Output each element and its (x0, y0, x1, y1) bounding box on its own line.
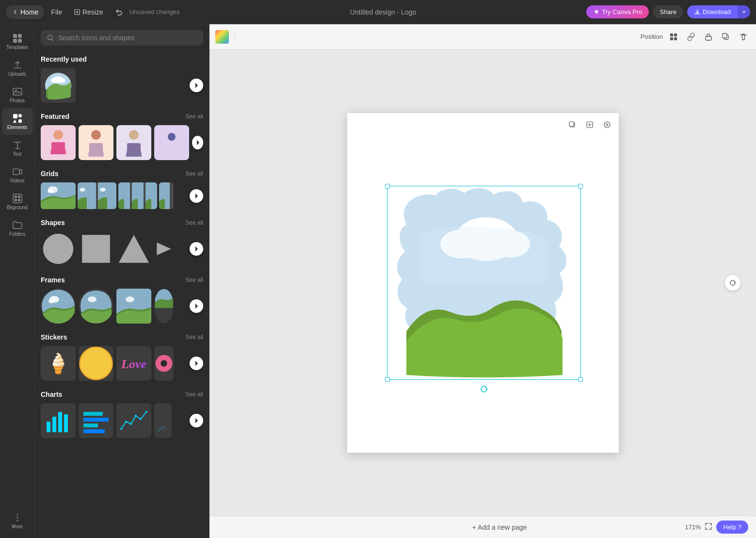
sidebar-item-photos[interactable]: Photos (2, 82, 33, 108)
grids-next[interactable] (190, 189, 203, 203)
sidebar-item-templates[interactable]: Templates (2, 28, 33, 55)
resize-icon (74, 9, 80, 16)
sticker-ok[interactable]: 👌 (79, 346, 113, 381)
sidebar-item-elements[interactable]: Elements (2, 108, 33, 135)
sidebar-item-uploads[interactable]: Uploads (2, 55, 33, 82)
refresh-button[interactable] (725, 275, 740, 291)
sidebar-item-folders[interactable]: Folders (2, 215, 33, 242)
home-button[interactable]: Home (6, 5, 44, 19)
featured-item-2[interactable] (79, 125, 113, 160)
chart-bar-1[interactable] (41, 403, 76, 438)
recently-used-next[interactable] (190, 79, 203, 92)
frames-title: Frames (41, 276, 65, 284)
try-pro-label: Try Canva Pro (602, 8, 642, 16)
svg-rect-11 (13, 169, 19, 175)
undo-button[interactable] (110, 5, 128, 19)
sticker-donut[interactable] (154, 346, 174, 381)
grid-view-icon (669, 33, 678, 41)
resize-button[interactable]: Resize (69, 5, 108, 19)
frame-rect[interactable] (116, 289, 151, 324)
charts-see-all[interactable]: See all (185, 391, 203, 398)
canvas-top-tools (564, 117, 615, 132)
download-main-button[interactable]: Download (687, 5, 738, 18)
grid-1[interactable] (41, 182, 76, 209)
svg-point-17 (16, 514, 18, 516)
svg-point-42 (100, 188, 106, 192)
frame-blob[interactable] (79, 289, 113, 324)
text-icon (12, 140, 23, 150)
featured-item-3[interactable] (116, 125, 151, 160)
featured-item-4[interactable] (154, 125, 189, 160)
svg-rect-13 (15, 196, 17, 198)
grid-3[interactable] (118, 182, 157, 209)
try-pro-button[interactable]: Try Canva Pro (586, 5, 649, 18)
sidebar-item-videos[interactable]: Videos (2, 162, 33, 188)
add-page-label: + Add a new page (472, 523, 527, 531)
link-button[interactable] (684, 30, 698, 44)
shape-triangle[interactable] (116, 231, 151, 266)
chart-bar-horizontal[interactable] (79, 403, 113, 438)
home-label: Home (20, 8, 38, 16)
shape-chevron[interactable] (154, 231, 174, 266)
svg-rect-8 (18, 114, 22, 117)
featured-see-all[interactable]: See all (185, 113, 203, 120)
shape-circle[interactable] (41, 231, 76, 266)
shapes-next[interactable] (190, 242, 203, 256)
topbar-left: Home File Resize Unsaved changes (6, 5, 180, 19)
shapes-see-all[interactable]: See all (185, 219, 203, 226)
download-arrow-button[interactable] (738, 5, 750, 18)
help-button[interactable]: Help ? (716, 521, 748, 534)
chart-partial[interactable] (154, 403, 172, 438)
share-button[interactable]: Share (653, 5, 683, 18)
color-swatch[interactable] (215, 30, 229, 44)
sidebar-item-background[interactable]: Bkground (2, 188, 33, 215)
rotate-handle[interactable] (479, 384, 489, 394)
landscape-illustration[interactable] (387, 186, 581, 380)
stickers-see-all[interactable]: See all (185, 334, 203, 341)
grids-section: Grids See all (35, 166, 209, 215)
svg-rect-90 (569, 122, 574, 126)
frames-next[interactable] (190, 299, 203, 313)
canvas-add-button[interactable] (599, 117, 615, 132)
svg-rect-12 (13, 194, 22, 203)
shape-square[interactable] (79, 231, 113, 266)
sticker-love[interactable]: Love (116, 346, 151, 381)
grid-view-button[interactable] (667, 30, 680, 44)
svg-rect-78 (670, 33, 673, 36)
folder-icon (12, 220, 23, 230)
file-button[interactable]: File (46, 5, 67, 19)
duplicate-button[interactable] (719, 30, 733, 44)
grid-2[interactable] (78, 182, 116, 209)
sidebar-item-more[interactable]: More (2, 507, 33, 534)
delete-button[interactable] (737, 30, 750, 44)
chart-line[interactable] (116, 403, 151, 438)
frames-header: Frames See all (41, 276, 203, 284)
stickers-title: Stickers (41, 333, 67, 341)
svg-rect-5 (13, 88, 22, 95)
sidebar-icons: Templates Uploads Photos (0, 24, 35, 538)
canvas-duplicate-button[interactable] (582, 117, 597, 132)
recently-used-header: Recently used (41, 55, 203, 63)
search-input[interactable] (58, 34, 197, 42)
sidebar-item-text[interactable]: Text (2, 135, 33, 162)
charts-next[interactable] (190, 414, 203, 427)
fullscreen-button[interactable] (705, 522, 712, 532)
svg-point-38 (48, 189, 53, 193)
unsaved-changes: Unsaved changes (129, 8, 180, 16)
featured-item-1[interactable] (41, 125, 76, 160)
canvas-copy-button[interactable] (564, 117, 580, 132)
frame-partial[interactable] (154, 289, 174, 324)
help-label: Help ? (723, 523, 741, 531)
grids-see-all[interactable]: See all (185, 170, 203, 177)
chevron-down-icon (741, 9, 746, 14)
stickers-next[interactable] (190, 357, 203, 370)
sticker-icecream[interactable]: 🍦 (41, 346, 76, 381)
featured-next[interactable] (192, 136, 203, 149)
recently-used-thumb[interactable] (41, 68, 76, 103)
frames-see-all[interactable]: See all (185, 277, 203, 283)
add-page-button[interactable]: + Add a new page (314, 523, 685, 531)
frame-circle-1[interactable] (41, 289, 76, 324)
lock-button[interactable] (702, 30, 715, 44)
svg-point-35 (168, 133, 176, 141)
grid-4[interactable] (159, 182, 174, 209)
